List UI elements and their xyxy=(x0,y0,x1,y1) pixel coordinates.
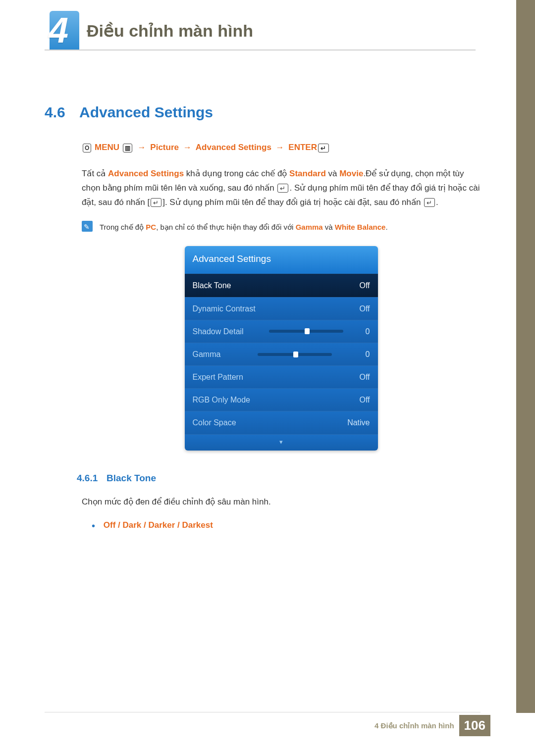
text: Tất cả xyxy=(82,169,108,178)
subsection-heading: 4.6.1Black Tone xyxy=(77,470,481,486)
hl-standard: Standard xyxy=(289,169,326,178)
enter-icon xyxy=(424,198,435,207)
osd-row-value: Off xyxy=(359,393,370,406)
subsection-number: 4.6.1 xyxy=(77,470,107,486)
text: và xyxy=(326,169,339,178)
menu-grid-icon: ▥ xyxy=(123,144,132,152)
text: . xyxy=(436,198,438,207)
osd-row-value: 0 xyxy=(366,348,370,361)
note-text: Trong chế độ PC, bạn chỉ có thể thực hiệ… xyxy=(100,221,388,234)
breadcrumb-enter: ENTER xyxy=(288,143,317,152)
footer-chapter-text: 4 Điều chỉnh màn hình xyxy=(374,721,454,730)
footer-page-number: 106 xyxy=(459,715,490,736)
osd-row-label: Shadow Detail xyxy=(193,325,244,338)
osd-row-value: Native xyxy=(347,416,370,429)
osd-row-value: Off xyxy=(359,279,370,292)
text: ]. Sử dụng phím mũi tên để thay đổi giá … xyxy=(162,198,423,207)
osd-row[interactable]: Color SpaceNative xyxy=(185,411,378,434)
hand-icon: O xyxy=(83,144,91,152)
text: . xyxy=(385,223,387,231)
osd-menu: Advanced Settings Black ToneOffDynamic C… xyxy=(185,246,378,451)
osd-row-label: Color Space xyxy=(193,416,236,429)
breadcrumb-menu: MENU xyxy=(95,143,119,152)
osd-row-label: Black Tone xyxy=(193,279,231,292)
footer-rule xyxy=(45,712,481,712)
arrow-icon: → xyxy=(181,143,194,152)
hl-pc: PC xyxy=(146,223,156,231)
slider-thumb-icon[interactable] xyxy=(293,352,298,357)
osd-row[interactable]: Black ToneOff xyxy=(185,274,378,297)
note: Trong chế độ PC, bạn chỉ có thể thực hiệ… xyxy=(82,221,481,234)
text: khả dụng trong các chế độ xyxy=(184,169,289,178)
menu-path: O MENU ▥ → Picture → Advanced Settings →… xyxy=(82,141,481,155)
osd-row-label: Dynamic Contrast xyxy=(193,302,256,315)
section-title: Advanced Settings xyxy=(79,104,213,120)
body-paragraph: Tất cả Advanced Settings khả dụng trong … xyxy=(82,167,481,210)
osd-row-label: Expert Pattern xyxy=(193,370,243,384)
osd-row[interactable]: Expert PatternOff xyxy=(185,365,378,388)
section-number: 4.6 xyxy=(45,104,79,121)
osd-row[interactable]: RGB Only ModeOff xyxy=(185,388,378,411)
chapter-title: Điều chỉnh màn hình xyxy=(87,21,253,41)
subsection-title: Black Tone xyxy=(107,473,156,483)
enter-icon xyxy=(151,198,161,207)
hl-movie: Movie xyxy=(339,169,363,178)
osd-row-value: 0 xyxy=(366,325,370,338)
osd-slider[interactable] xyxy=(258,353,332,356)
slider-thumb-icon[interactable] xyxy=(305,328,310,334)
chapter-underline xyxy=(45,50,476,50)
hl-white-balance: White Balance xyxy=(335,223,386,231)
text: và xyxy=(323,223,335,231)
arrow-icon: → xyxy=(136,143,148,152)
osd-footer-arrow[interactable]: ▾ xyxy=(185,434,378,451)
bullet-icon: • xyxy=(92,520,95,531)
chapter-number: 4 xyxy=(49,10,68,50)
breadcrumb-advanced: Advanced Settings xyxy=(196,143,271,152)
osd-title: Advanced Settings xyxy=(185,246,378,274)
note-pencil-icon xyxy=(82,221,93,232)
enter-icon xyxy=(318,144,329,152)
chapter-header: 4 Điều chỉnh màn hình xyxy=(45,15,490,59)
subsection-paragraph: Chọn mức độ đen để điều chỉnh độ sâu màn… xyxy=(82,495,481,509)
enter-icon xyxy=(277,184,288,193)
options-bullet: • Off / Dark / Darker / Darkest xyxy=(92,517,481,534)
osd-row-label: Gamma xyxy=(193,348,221,361)
arrow-icon: → xyxy=(274,143,286,152)
side-stripe xyxy=(516,0,535,713)
osd-row[interactable]: Gamma0 xyxy=(185,343,378,365)
hl-advanced-settings: Advanced Settings xyxy=(108,169,184,178)
osd-row-value: Off xyxy=(359,302,370,315)
page-footer: 4 Điều chỉnh màn hình 106 xyxy=(374,715,490,736)
text: Trong chế độ xyxy=(100,223,146,231)
osd-slider[interactable] xyxy=(269,330,343,333)
osd-row[interactable]: Shadow Detail0 xyxy=(185,320,378,343)
hl-gamma: Gamma xyxy=(296,223,323,231)
options-list: Off / Dark / Darker / Darkest xyxy=(104,520,213,530)
section-heading: 4.6Advanced Settings xyxy=(45,104,490,121)
osd-row[interactable]: Dynamic ContrastOff xyxy=(185,297,378,320)
breadcrumb-picture: Picture xyxy=(150,143,179,152)
text: , bạn chỉ có thể thực hiện thay đổi đối … xyxy=(156,223,295,231)
osd-row-label: RGB Only Mode xyxy=(193,393,250,406)
osd-row-value: Off xyxy=(359,370,370,384)
